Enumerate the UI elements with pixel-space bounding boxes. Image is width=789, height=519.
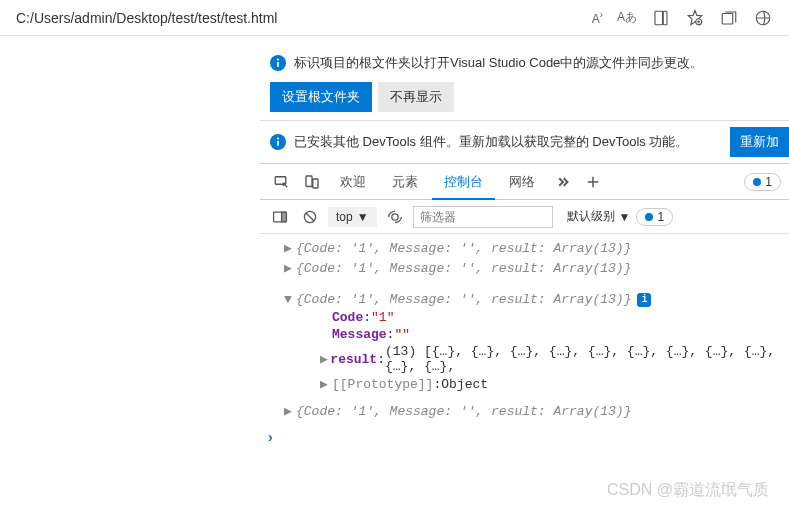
object-property[interactable]: ▶[[Prototype]]: Object [320, 375, 789, 393]
workspace-banner-text: 标识项目的根文件夹以打开Visual Studio Code中的源文件并同步更改… [294, 54, 703, 72]
tab-network[interactable]: 网络 [497, 164, 547, 200]
address-bar: C:/Users/admin/Desktop/test/test/test.ht… [0, 0, 789, 36]
svg-point-15 [391, 213, 397, 219]
console-toolbar: top ▼ 默认级别 ▼ 1 [260, 200, 789, 234]
prop-value: "" [394, 327, 410, 342]
prompt-caret-icon: › [268, 429, 273, 445]
clear-console-icon[interactable] [298, 205, 322, 229]
svg-rect-6 [277, 62, 279, 67]
level-value: 默认级别 [567, 208, 615, 225]
object-property[interactable]: Message: "" [320, 326, 789, 343]
device-icon[interactable] [298, 168, 326, 196]
array-preview: [{…}, {…}, {…}, {…}, {…}, {…}, {…}, {…},… [385, 344, 775, 374]
set-root-folder-button[interactable]: 设置根文件夹 [270, 82, 372, 112]
context-value: top [336, 210, 353, 224]
reader-icon[interactable] [647, 4, 675, 32]
dismiss-button[interactable]: 不再显示 [378, 82, 454, 112]
level-selector[interactable]: 默认级别 ▼ [567, 208, 631, 225]
log-summary: {Code: '1', Message: '', result: Array(1… [296, 261, 631, 276]
log-entry-expanded[interactable]: ▼ {Code: '1', Message: '', result: Array… [284, 290, 789, 309]
tab-welcome[interactable]: 欢迎 [328, 164, 378, 200]
info-icon [270, 55, 286, 71]
watermark: CSDN @霸道流氓气质 [607, 480, 769, 501]
expand-icon[interactable]: ▶ [284, 403, 296, 419]
svg-point-5 [277, 58, 279, 60]
console-prompt[interactable]: › [260, 425, 789, 449]
tab-console[interactable]: 控制台 [432, 164, 495, 200]
live-expression-icon[interactable] [383, 205, 407, 229]
object-property[interactable]: ▶result: (13) [{…}, {…}, {…}, {…}, {…}, … [320, 343, 789, 375]
prop-key: [[Prototype]] [332, 377, 433, 392]
expand-icon[interactable]: ▶ [284, 260, 296, 276]
info-badge-icon[interactable] [637, 293, 651, 307]
tab-elements[interactable]: 元素 [380, 164, 430, 200]
svg-rect-0 [655, 11, 663, 25]
expand-icon[interactable]: ▶ [320, 376, 332, 392]
messages-badge[interactable]: 1 [744, 173, 781, 191]
collections-icon[interactable] [715, 4, 743, 32]
log-summary: {Code: '1', Message: '', result: Array(1… [296, 241, 631, 256]
text-size-icon[interactable]: A› [588, 9, 607, 26]
prop-key: result [330, 352, 377, 367]
object-details: Code: "1" Message: "" ▶result: (13) [{…}… [284, 309, 789, 393]
url-text[interactable]: C:/Users/admin/Desktop/test/test/test.ht… [12, 10, 582, 26]
svg-rect-1 [663, 11, 667, 25]
object-property[interactable]: Code: "1" [320, 309, 789, 326]
svg-rect-8 [277, 141, 279, 146]
svg-point-7 [277, 137, 279, 139]
inspect-icon[interactable] [268, 168, 296, 196]
info-icon [270, 134, 286, 150]
chevron-down-icon: ▼ [619, 210, 631, 224]
log-entry[interactable]: ▶ {Code: '1', Message: '', result: Array… [284, 238, 789, 258]
devtools-tabbar: 欢迎 元素 控制台 网络 1 [260, 164, 789, 200]
svg-rect-3 [722, 13, 733, 24]
issues-count: 1 [657, 210, 664, 224]
issues-badge[interactable]: 1 [636, 208, 673, 226]
reload-banner-text: 已安装其他 DevTools 组件。重新加载以获取完整的 DevTools 功能… [294, 133, 688, 151]
chevron-down-icon: ▼ [357, 210, 369, 224]
prop-key: Code [332, 310, 363, 325]
workspace-buttons: 设置根文件夹 不再显示 [260, 78, 789, 120]
filter-input[interactable] [413, 206, 553, 228]
favorite-icon[interactable] [681, 4, 709, 32]
svg-rect-11 [313, 179, 318, 188]
collapse-icon[interactable]: ▼ [284, 292, 296, 307]
expand-icon[interactable]: ▶ [284, 240, 296, 256]
prop-value: "1" [371, 310, 394, 325]
log-entry[interactable]: ▶ {Code: '1', Message: '', result: Array… [284, 401, 789, 421]
log-summary: {Code: '1', Message: '', result: Array(1… [296, 292, 631, 307]
workspace-banner: 标识项目的根文件夹以打开Visual Studio Code中的源文件并同步更改… [260, 48, 789, 78]
devtools-panel: 标识项目的根文件夹以打开Visual Studio Code中的源文件并同步更改… [260, 36, 789, 449]
reload-banner: 已安装其他 DevTools 组件。重新加载以获取完整的 DevTools 功能… [260, 120, 789, 163]
add-tab-icon[interactable] [579, 168, 607, 196]
svg-rect-10 [306, 176, 312, 187]
prop-value: Object [441, 377, 488, 392]
svg-rect-13 [282, 212, 287, 222]
expand-icon[interactable]: ▶ [320, 351, 330, 367]
devtools: 欢迎 元素 控制台 网络 1 top ▼ 默认级别 ▼ 1 ▶ {Code: '… [260, 163, 789, 449]
prop-key: Message [332, 327, 387, 342]
array-length: (13) [385, 344, 416, 359]
context-selector[interactable]: top ▼ [328, 207, 377, 227]
log-summary: {Code: '1', Message: '', result: Array(1… [296, 404, 631, 419]
browser-icon[interactable] [749, 4, 777, 32]
console-output: ▶ {Code: '1', Message: '', result: Array… [260, 234, 789, 425]
translate-icon[interactable]: Aあ [613, 9, 641, 26]
sidebar-toggle-icon[interactable] [268, 205, 292, 229]
reload-button[interactable]: 重新加 [730, 127, 789, 157]
log-entry[interactable]: ▶ {Code: '1', Message: '', result: Array… [284, 258, 789, 278]
messages-count: 1 [765, 175, 772, 189]
svg-rect-9 [275, 176, 286, 184]
more-tabs-icon[interactable] [549, 168, 577, 196]
